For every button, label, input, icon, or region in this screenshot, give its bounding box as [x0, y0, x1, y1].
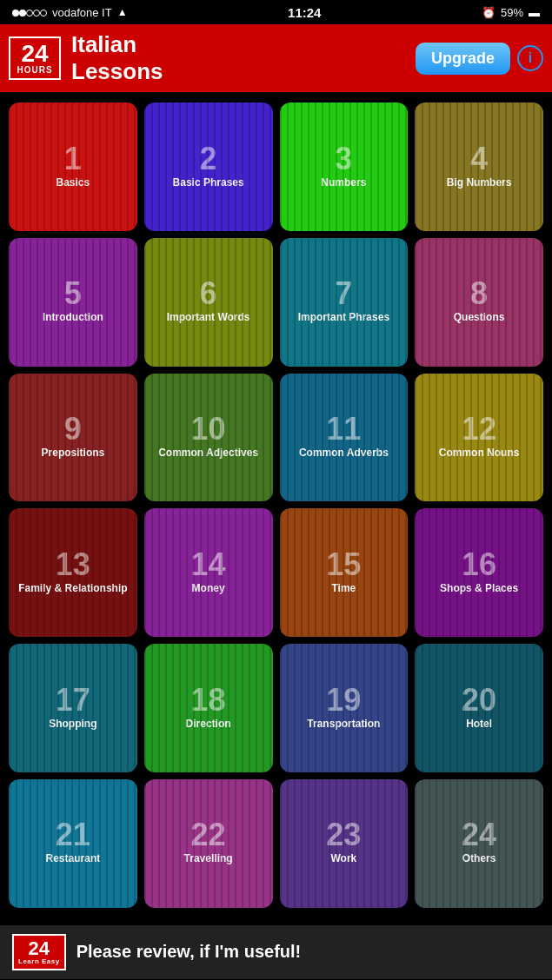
- lesson-card-5[interactable]: 5Introduction: [9, 238, 137, 367]
- lesson-card-6[interactable]: 6Important Words: [144, 238, 273, 367]
- wifi-icon: ▲: [117, 6, 128, 18]
- lesson-number: 12: [462, 414, 496, 445]
- lesson-number: 18: [191, 685, 226, 716]
- lesson-number: 6: [200, 278, 217, 309]
- lesson-title: Family & Relationship: [15, 580, 130, 596]
- lesson-title: Questions: [450, 309, 509, 325]
- upgrade-button[interactable]: Upgrade: [416, 43, 510, 75]
- lesson-title: Hotel: [462, 716, 495, 732]
- lesson-title: Travelling: [181, 851, 236, 866]
- app-footer: 24 Learn Easy Please review, if I'm usef…: [0, 925, 552, 979]
- lesson-grid: 1Basics2Basic Phrases3Numbers4Big Number…: [0, 92, 552, 918]
- lesson-card-12[interactable]: 12Common Nouns: [415, 374, 543, 502]
- lesson-title: Shops & Places: [436, 580, 522, 596]
- lesson-card-23[interactable]: 23Work: [280, 779, 409, 908]
- lesson-card-14[interactable]: 14Money: [144, 508, 273, 637]
- lesson-card-20[interactable]: 20Hotel: [415, 644, 543, 772]
- lesson-title: Work: [327, 851, 360, 866]
- footer-logo: 24 Learn Easy: [12, 934, 66, 970]
- signal-dots: [12, 6, 47, 19]
- lesson-card-7[interactable]: 7Important Phrases: [280, 238, 409, 367]
- lesson-card-9[interactable]: 9Prepositions: [9, 374, 137, 502]
- lesson-title: Direction: [183, 716, 235, 732]
- lesson-card-18[interactable]: 18Direction: [144, 644, 273, 772]
- status-right: ⏰ 59% ▬: [482, 6, 540, 19]
- lesson-title: Others: [459, 851, 500, 866]
- lesson-card-3[interactable]: 3Numbers: [280, 103, 409, 231]
- lesson-number: 24: [462, 819, 496, 851]
- lesson-number: 20: [462, 685, 496, 716]
- lesson-number: 19: [326, 685, 361, 716]
- lesson-title: Prepositions: [38, 445, 109, 460]
- lesson-card-16[interactable]: 16Shops & Places: [415, 508, 543, 637]
- lesson-number: 3: [335, 143, 352, 175]
- lesson-number: 14: [191, 549, 226, 580]
- lesson-title: Basic Phrases: [170, 175, 248, 190]
- lesson-card-17[interactable]: 17Shopping: [9, 644, 137, 772]
- lesson-number: 23: [326, 819, 361, 851]
- lesson-card-21[interactable]: 21Restaurant: [9, 779, 137, 908]
- battery-icon: ▬: [529, 6, 540, 19]
- lesson-card-22[interactable]: 22Travelling: [144, 779, 273, 908]
- lesson-card-11[interactable]: 11Common Adverbs: [280, 374, 409, 502]
- lesson-title: Big Numbers: [443, 175, 515, 190]
- lesson-card-13[interactable]: 13Family & Relationship: [9, 508, 137, 637]
- lesson-number: 21: [56, 819, 90, 851]
- lesson-title: Important Phrases: [295, 309, 393, 325]
- lesson-card-15[interactable]: 15Time: [280, 508, 409, 637]
- footer-message: Please review, if I'm useful!: [76, 942, 302, 962]
- alarm-icon: ⏰: [482, 6, 495, 19]
- lesson-title: Restaurant: [43, 851, 104, 866]
- lesson-title: Common Nouns: [436, 445, 523, 460]
- lesson-title: Transportation: [303, 716, 383, 732]
- clock: 11:24: [288, 5, 321, 20]
- header-logo: 24 HOURS: [9, 36, 61, 80]
- lesson-number: 10: [191, 414, 226, 445]
- lesson-number: 16: [462, 549, 496, 580]
- lesson-number: 9: [64, 414, 82, 445]
- lesson-title: Basics: [53, 175, 94, 190]
- lesson-title: Numbers: [317, 175, 369, 190]
- lesson-number: 13: [56, 549, 90, 580]
- lesson-number: 11: [326, 414, 361, 445]
- lesson-card-19[interactable]: 19Transportation: [280, 644, 409, 772]
- info-button[interactable]: i: [517, 45, 543, 71]
- lesson-card-2[interactable]: 2Basic Phrases: [144, 103, 273, 231]
- lesson-card-8[interactable]: 8Questions: [415, 238, 543, 367]
- status-bar: vodafone IT ▲ 11:24 ⏰ 59% ▬: [0, 0, 552, 24]
- lesson-number: 4: [470, 143, 488, 175]
- battery-percent: 59%: [501, 6, 523, 19]
- lesson-number: 2: [200, 143, 217, 175]
- header-actions: Upgrade i: [416, 43, 543, 75]
- lesson-number: 1: [64, 143, 82, 175]
- lesson-title: Money: [189, 580, 229, 596]
- lesson-number: 5: [64, 278, 82, 309]
- app-title: Italian Lessons: [71, 31, 163, 85]
- lesson-number: 17: [56, 685, 90, 716]
- lesson-title: Time: [328, 580, 359, 596]
- lesson-title: Introduction: [39, 309, 107, 325]
- lesson-title: Shopping: [45, 716, 100, 732]
- app-header: 24 HOURS Italian Lessons Upgrade i: [0, 24, 552, 92]
- lesson-card-10[interactable]: 10Common Adjectives: [144, 374, 273, 502]
- lesson-card-4[interactable]: 4Big Numbers: [415, 103, 543, 231]
- lesson-title: Important Words: [163, 309, 254, 325]
- status-left: vodafone IT ▲: [12, 6, 128, 19]
- lesson-card-1[interactable]: 1Basics: [9, 103, 137, 231]
- lesson-number: 7: [335, 278, 352, 309]
- lesson-card-24[interactable]: 24Others: [415, 779, 543, 908]
- lesson-number: 15: [326, 549, 361, 580]
- lesson-title: Common Adjectives: [155, 445, 262, 460]
- carrier-name: vodafone IT: [52, 6, 112, 19]
- lesson-number: 8: [470, 278, 488, 309]
- lesson-title: Common Adverbs: [296, 445, 392, 460]
- lesson-number: 22: [191, 819, 226, 851]
